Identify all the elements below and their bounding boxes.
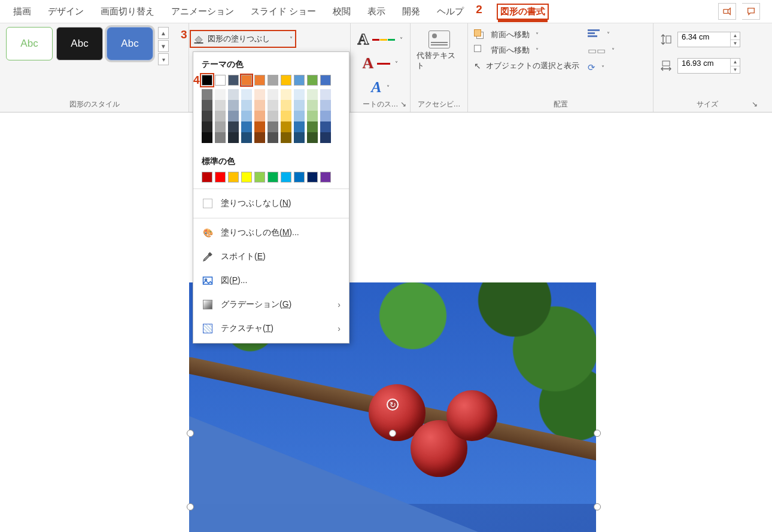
- align-dropdown[interactable]: ˅: [588, 29, 615, 39]
- height-input[interactable]: 6.34 cm ▲▼: [677, 32, 740, 47]
- shade-swatch[interactable]: [202, 121, 212, 132]
- theme-color-swatch[interactable]: [228, 75, 239, 86]
- resize-handle[interactable]: [594, 503, 601, 510]
- width-spinner[interactable]: ▲▼: [730, 59, 740, 73]
- shade-swatch[interactable]: [228, 89, 239, 100]
- shade-swatch[interactable]: [215, 132, 226, 143]
- standard-color-swatch[interactable]: [320, 172, 331, 183]
- group-dropdown[interactable]: ▭▭ ˅: [588, 45, 615, 56]
- eyedropper-item[interactable]: スポイト(E): [193, 245, 349, 269]
- picture-fill-item[interactable]: 図(P)...: [193, 269, 349, 293]
- shade-swatch[interactable]: [307, 100, 318, 111]
- shape-fill-dropdown[interactable]: 図形の塗りつぶし ˅: [190, 30, 296, 48]
- theme-color-swatch[interactable]: [202, 75, 212, 86]
- tab-draw[interactable]: 描画: [12, 2, 32, 21]
- text-outline-dropdown[interactable]: A ˅: [363, 54, 399, 72]
- share-icon[interactable]: [718, 3, 736, 20]
- shade-swatch[interactable]: [215, 100, 226, 111]
- no-fill-item[interactable]: 塗りつぶしなし(N): [193, 191, 349, 215]
- comments-icon[interactable]: [742, 3, 760, 20]
- theme-color-swatch[interactable]: [268, 75, 278, 86]
- text-effects-dropdown[interactable]: A ˅: [371, 78, 389, 96]
- shade-swatch[interactable]: [281, 100, 291, 111]
- slide-canvas[interactable]: ↻ 1 直角三角形を選択: [0, 113, 772, 532]
- shade-swatch[interactable]: [268, 100, 278, 111]
- shade-swatch[interactable]: [320, 100, 331, 111]
- theme-color-swatch[interactable]: [307, 75, 318, 86]
- style-gallery-down[interactable]: ▼: [158, 40, 169, 52]
- shade-swatch[interactable]: [202, 89, 212, 100]
- shade-swatch[interactable]: [320, 121, 331, 132]
- bring-forward-button[interactable]: 前面へ移動 ˅: [474, 29, 579, 40]
- tab-animation[interactable]: アニメーション: [170, 2, 235, 21]
- shade-swatch[interactable]: [268, 111, 278, 121]
- rotate-handle[interactable]: ↻: [387, 399, 399, 411]
- shade-swatch[interactable]: [254, 100, 265, 111]
- shade-swatch[interactable]: [268, 121, 278, 132]
- send-backward-button[interactable]: 背面へ移動 ˅: [474, 45, 579, 56]
- shade-swatch[interactable]: [254, 121, 265, 132]
- selection-pane-button[interactable]: ↖ オブジェクトの選択と表示: [474, 60, 579, 71]
- style-gallery-up[interactable]: ▲: [158, 27, 169, 39]
- tab-design[interactable]: デザイン: [47, 2, 85, 21]
- shade-swatch[interactable]: [241, 111, 252, 121]
- standard-color-swatch[interactable]: [241, 172, 252, 183]
- shade-swatch[interactable]: [307, 111, 318, 121]
- shade-swatch[interactable]: [294, 132, 305, 143]
- tab-review[interactable]: 校閲: [332, 2, 352, 21]
- shade-swatch[interactable]: [320, 132, 331, 143]
- shade-swatch[interactable]: [281, 121, 291, 132]
- resize-handle[interactable]: [187, 430, 194, 437]
- shade-swatch[interactable]: [294, 111, 305, 121]
- more-fill-colors-item[interactable]: 🎨 塗りつぶしの色(M)...: [193, 221, 349, 245]
- width-input[interactable]: 16.93 cm ▲▼: [677, 58, 740, 74]
- resize-handle[interactable]: [594, 430, 601, 437]
- rotate-dropdown[interactable]: ⟳ ˅: [588, 62, 615, 73]
- shade-swatch[interactable]: [228, 121, 239, 132]
- shade-swatch[interactable]: [241, 89, 252, 100]
- shade-swatch[interactable]: [254, 89, 265, 100]
- height-spinner[interactable]: ▲▼: [730, 32, 740, 47]
- shape-style-preset-2[interactable]: Abc: [56, 27, 103, 60]
- shade-swatch[interactable]: [228, 132, 239, 143]
- alt-text-button[interactable]: 代替テキスト: [417, 27, 461, 71]
- wordart-dialog-launcher[interactable]: ↘: [399, 100, 408, 108]
- shape-style-preset-3[interactable]: Abc: [107, 27, 153, 60]
- shade-swatch[interactable]: [307, 121, 318, 132]
- shade-swatch[interactable]: [228, 111, 239, 121]
- tab-help[interactable]: ヘルプ: [436, 2, 465, 21]
- shade-swatch[interactable]: [294, 100, 305, 111]
- size-dialog-launcher[interactable]: ↘: [750, 100, 759, 108]
- shade-swatch[interactable]: [215, 111, 226, 121]
- shade-swatch[interactable]: [294, 89, 305, 100]
- tab-shape-format[interactable]: 図形の書式: [497, 4, 549, 20]
- shade-swatch[interactable]: [254, 111, 265, 121]
- shade-swatch[interactable]: [202, 111, 212, 121]
- tab-view[interactable]: 表示: [366, 2, 387, 21]
- standard-color-swatch[interactable]: [281, 172, 291, 183]
- standard-color-swatch[interactable]: [307, 172, 318, 183]
- shade-swatch[interactable]: [215, 121, 226, 132]
- shade-swatch[interactable]: [268, 89, 278, 100]
- shade-swatch[interactable]: [281, 111, 291, 121]
- theme-color-swatch[interactable]: [320, 75, 331, 86]
- texture-fill-item[interactable]: テクスチャ(T) ›: [193, 317, 349, 341]
- gradient-fill-item[interactable]: グラデーション(G) ›: [193, 293, 349, 317]
- shade-swatch[interactable]: [294, 121, 305, 132]
- shape-style-preset-1[interactable]: Abc: [6, 27, 53, 60]
- shade-swatch[interactable]: [320, 89, 331, 100]
- standard-color-swatch[interactable]: [254, 172, 265, 183]
- text-fill-dropdown[interactable]: A ˅: [358, 31, 403, 48]
- standard-color-swatch[interactable]: [294, 172, 305, 183]
- shade-swatch[interactable]: [202, 132, 212, 143]
- shade-swatch[interactable]: [281, 132, 291, 143]
- theme-color-swatch[interactable]: [281, 75, 291, 86]
- shade-swatch[interactable]: [241, 100, 252, 111]
- shade-swatch[interactable]: [254, 132, 265, 143]
- shade-swatch[interactable]: [228, 100, 239, 111]
- shade-swatch[interactable]: [241, 132, 252, 143]
- shade-swatch[interactable]: [281, 89, 291, 100]
- style-gallery-more[interactable]: ▾: [158, 53, 169, 65]
- theme-color-swatch[interactable]: [294, 75, 305, 86]
- tab-slideshow[interactable]: スライド ショー: [250, 2, 317, 21]
